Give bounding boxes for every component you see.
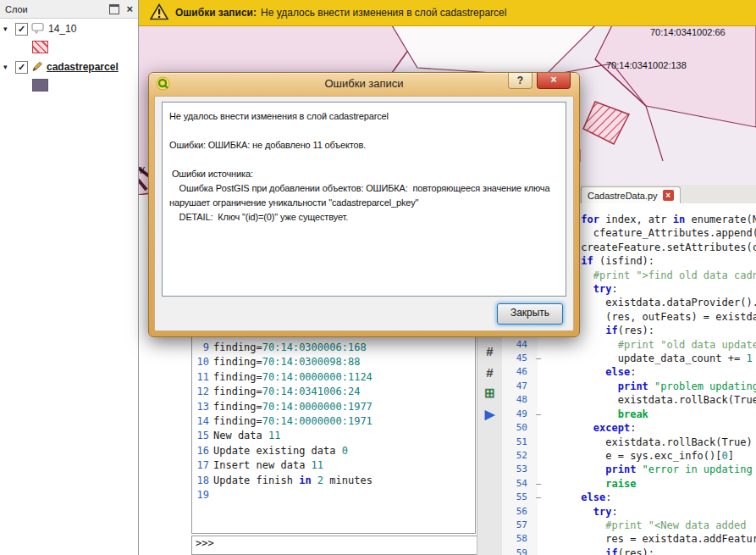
close-panel-icon[interactable]: × xyxy=(126,5,133,14)
message-bar-title: Ошибки записи: xyxy=(175,7,257,19)
console-line: 19 xyxy=(192,488,475,502)
console-line: 9finding=70:14:0300006:168 xyxy=(192,341,475,355)
console-line: 11finding=70:14:0000000:1124 xyxy=(192,370,475,385)
warning-icon xyxy=(150,3,168,23)
editing-pencil-icon xyxy=(31,60,43,75)
tab-label: CadastreData.py xyxy=(588,191,658,201)
layer-checkbox[interactable]: ✓ xyxy=(15,61,28,74)
annotation-layer-icon xyxy=(31,22,45,36)
layer-checkbox[interactable]: ✓ xyxy=(15,23,28,36)
code-line: 51 existdata.rollBack(True) xyxy=(502,436,756,449)
code-line: 47 print "problem updating d xyxy=(502,380,756,393)
console-line: 14finding=70:14:0000000:1971 xyxy=(192,414,475,429)
layer-label[interactable]: cadastreparcel xyxy=(47,61,119,73)
console-line: 13finding=70:14:0000000:1977 xyxy=(192,400,475,414)
map-label-parcel-138: 70:14:0341002:138 xyxy=(606,60,687,70)
editor-toolbar-icons: ##⊞▶ xyxy=(477,341,502,424)
code-line: 53 print "error in updating xyxy=(502,463,756,476)
expand-arrow-icon[interactable]: ▾ xyxy=(3,63,12,71)
uncomment-code-icon[interactable]: # xyxy=(481,363,499,381)
console-line: 15New data 11 xyxy=(192,429,475,443)
layer-symbology-row xyxy=(0,77,138,95)
undock-panel-icon[interactable] xyxy=(109,4,119,14)
expand-arrow-icon[interactable]: ▾ xyxy=(3,25,12,33)
class-browser-icon[interactable]: ⊞ xyxy=(481,384,499,402)
code-line: 44 #print "old data updated. c xyxy=(502,338,756,352)
dialog-body: Не удалось внести изменения в слой cadas… xyxy=(154,96,574,331)
code-line: 57 #print "<New data added xyxy=(502,519,756,532)
comment-code-icon[interactable]: # xyxy=(481,341,499,360)
layers-panel: Слои × ▾ ✓ 14_10 ▾ ✓ cadastreparcel xyxy=(0,0,139,555)
layer-item-14-10[interactable]: ▾ ✓ 14_10 xyxy=(0,19,138,39)
run-script-icon[interactable]: ▶ xyxy=(481,405,499,424)
console-line: 18Update finish in 2 minutes xyxy=(192,474,475,488)
code-line: 52 e = sys.exc_info()[0] xyxy=(502,449,756,463)
code-line: 46 else: xyxy=(502,365,756,379)
tab-cadastredata-py[interactable]: CadastreData.py × xyxy=(581,186,681,203)
code-line: 58 res = existdata.addFeature( xyxy=(502,532,756,546)
fill-symbol-swatch[interactable] xyxy=(32,79,48,92)
layers-panel-header: Слои × xyxy=(0,0,138,19)
code-line: 59 if(res): xyxy=(502,547,756,555)
warning-message-bar: Ошибки записи: Не удалось внести изменен… xyxy=(138,0,756,26)
close-button[interactable]: Закрыть xyxy=(497,303,563,325)
code-line: 49– break xyxy=(502,408,756,421)
dialog-close-button[interactable]: × xyxy=(537,73,571,89)
console-input[interactable]: >>> xyxy=(191,536,483,555)
console-line: 17Insert new data 11 xyxy=(192,458,475,473)
console-line: 10finding=70:14:0300098:88 xyxy=(192,355,475,369)
layer-label[interactable]: 14_10 xyxy=(48,23,76,35)
code-line: 55– else: xyxy=(502,491,756,504)
map-label-partial: К xyxy=(140,165,145,175)
dialog-help-button[interactable]: ? xyxy=(508,73,533,89)
qgis-window: 70:14:0341002:66 70:14:0341002:138 К Оши… xyxy=(0,0,756,555)
layer-symbology-row xyxy=(0,39,138,57)
console-line: 16Update existing data 0 xyxy=(192,444,475,458)
code-line: 50 except: xyxy=(502,421,756,435)
tab-close-icon[interactable]: × xyxy=(663,190,674,201)
hatched-symbol-swatch[interactable] xyxy=(32,41,48,53)
code-line: 56 try: xyxy=(502,505,756,519)
console-lines: 9finding=70:14:0300006:16810finding=70:1… xyxy=(192,341,475,502)
layer-item-cadastreparcel[interactable]: ▾ ✓ cadastreparcel xyxy=(0,57,138,77)
layers-panel-title: Слои xyxy=(5,4,109,14)
message-bar-text: Не удалось внести изменения в слой cadas… xyxy=(261,7,506,19)
code-line: 48 existdata.rollBack(True) xyxy=(502,393,756,407)
dialog-message: Не удалось внести изменения в слой cadas… xyxy=(162,102,566,297)
code-line: 45– update_data_count += 1 xyxy=(502,352,756,365)
error-dialog: Ошибки записи ? × Не удалось внести изме… xyxy=(148,72,580,337)
map-label-parcel-66: 70:14:0341002:66 xyxy=(650,27,726,37)
code-line: 54– raise xyxy=(502,477,756,491)
console-line: 12finding=70:14:0341006:24 xyxy=(192,385,475,399)
